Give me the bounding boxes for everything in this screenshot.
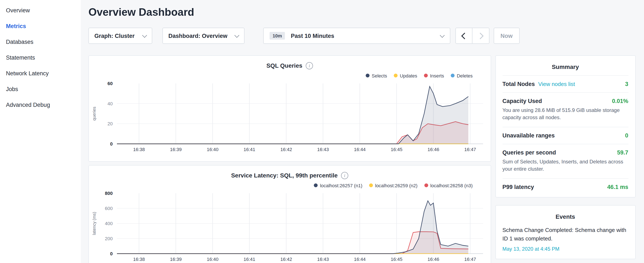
legend-label: Inserts [430,73,444,78]
sidebar-item-advanced-debug[interactable]: Advanced Debug [0,97,81,113]
chart-title: Service Latency: SQL, 99th percentile [231,172,338,179]
time-range-badge: 10m [270,32,285,40]
svg-text:16:41: 16:41 [244,256,255,262]
time-range-label: Past 10 Minutes [291,33,334,39]
svg-text:16:41: 16:41 [244,147,255,152]
svg-text:16:42: 16:42 [280,256,292,262]
svg-text:16:43: 16:43 [317,256,329,262]
svg-text:20: 20 [108,121,113,126]
legend-dot [369,183,373,187]
time-forward-button[interactable] [472,28,490,44]
svg-text:16:44: 16:44 [354,256,366,262]
svg-text:16:46: 16:46 [428,147,439,152]
svg-text:16:44: 16:44 [354,147,366,152]
info-icon[interactable]: i [306,62,313,69]
legend-item[interactable]: Selects [366,73,387,78]
summary-label: Capacity Used [502,98,542,104]
chevron-right-icon [477,32,483,39]
legend-dot [366,74,370,78]
chart-legend: localhost:26257 (n1)localhost:26259 (n2)… [89,180,490,188]
svg-text:200: 200 [105,236,113,241]
summary-heading: Summary [502,56,628,75]
legend-label: localhost:26258 (n3) [430,183,473,188]
summary-value: 0 [625,132,628,139]
sql-queries-chart[interactable]: 16:3816:3916:4016:4116:4216:4316:4416:45… [90,80,489,153]
page-title: Overview Dashboard [88,6,636,18]
svg-text:16:43: 16:43 [317,147,329,152]
summary-label: Unavailable ranges [502,132,555,139]
chevron-left-icon [461,32,468,39]
charts-column: SQL Queries i SelectsUpdatesInsertsDelet… [88,55,491,263]
legend-item[interactable]: Deletes [451,73,473,78]
summary-label: Total Nodes [502,81,535,87]
summary-value: 0.01% [612,98,628,104]
legend-dot [394,74,398,78]
summary-description: You are using 28.6 MiB of 515.9 GiB usab… [502,107,628,122]
summary-value: 46.1 ms [607,184,628,190]
summary-row-queries-per-second: Queries per second 59.7 Sum of Selects, … [502,144,628,178]
chart-svg: 16:3816:3916:4016:4116:4216:4316:4416:45… [90,190,489,263]
chevron-down-icon [142,33,147,38]
svg-text:40: 40 [108,101,113,106]
sql-queries-chart-panel: SQL Queries i SelectsUpdatesInsertsDelet… [88,55,491,162]
chevron-down-icon [234,33,240,38]
legend-item[interactable]: localhost:26259 (n2) [369,183,417,188]
view-nodes-list-link[interactable]: View nodes list [538,81,575,87]
events-panel: Events Schema Change Completed: Schema c… [495,205,636,259]
summary-row-capacity-used: Capacity Used 0.01% You are using 28.6 M… [502,92,628,127]
info-icon[interactable]: i [341,172,348,179]
chevron-down-icon [440,33,445,38]
summary-row-total-nodes: Total Nodes View nodes list 3 [502,75,628,92]
layout: Overview Metrics Databases Statements Ne… [0,0,644,263]
sidebar-item-jobs[interactable]: Jobs [0,81,81,97]
svg-text:16:40: 16:40 [207,147,218,152]
events-heading: Events [502,205,628,225]
event-timestamp[interactable]: May 13, 2020 at 4:45 PM [502,246,628,252]
legend-item[interactable]: localhost:26258 (n3) [424,183,473,188]
sidebar-item-databases[interactable]: Databases [0,34,81,50]
svg-text:latency (ms): latency (ms) [92,212,96,235]
graph-scope-dropdown[interactable]: Graph: Cluster [88,28,152,44]
svg-text:16:38: 16:38 [133,256,145,262]
svg-text:16:45: 16:45 [391,256,402,262]
now-button[interactable]: Now [494,28,520,44]
event-item[interactable]: Schema Change Completed: Schema change w… [502,225,628,257]
dashboard-dropdown-label: Dashboard: Overview [168,33,228,39]
sidebar-item-overview[interactable]: Overview [0,3,81,18]
main-content: Overview Dashboard Graph: Cluster Dashbo… [81,0,644,263]
sidebar-item-statements[interactable]: Statements [0,50,81,66]
summary-panel: Summary Total Nodes View nodes list 3 Ca… [495,55,636,197]
summary-value: 3 [625,81,628,87]
sidebar-item-metrics[interactable]: Metrics [0,18,81,34]
service-latency-chart-panel: Service Latency: SQL, 99th percentile i … [88,165,491,263]
summary-description: Sum of Selects, Updates, Inserts, and De… [502,158,628,173]
summary-column: Summary Total Nodes View nodes list 3 Ca… [495,55,636,263]
legend-item[interactable]: Updates [394,73,417,78]
svg-text:0: 0 [110,251,113,256]
time-range-picker[interactable]: 10m Past 10 Minutes [263,28,450,44]
dashboard-toolbar: Graph: Cluster Dashboard: Overview 10m P… [88,28,636,44]
svg-text:800: 800 [105,191,113,196]
svg-text:16:46: 16:46 [428,256,439,262]
svg-text:16:39: 16:39 [170,256,182,262]
legend-dot [424,74,428,78]
svg-text:60: 60 [108,81,113,86]
legend-item[interactable]: localhost:26257 (n1) [314,183,362,188]
time-back-button[interactable] [456,28,472,44]
legend-item[interactable]: Inserts [424,73,444,78]
dashboard-grid: SQL Queries i SelectsUpdatesInsertsDelet… [88,55,636,263]
legend-label: Updates [400,73,417,78]
svg-text:16:45: 16:45 [391,147,402,152]
event-message: Schema Change Completed: Schema change w… [502,226,628,243]
summary-row-p99-latency: P99 latency 46.1 ms [502,178,628,195]
sidebar-item-network-latency[interactable]: Network Latency [0,66,81,81]
dashboard-dropdown[interactable]: Dashboard: Overview [162,28,244,44]
svg-text:16:42: 16:42 [280,147,292,152]
legend-dot [424,183,428,187]
service-latency-chart[interactable]: 16:3816:3916:4016:4116:4216:4316:4416:45… [90,190,489,263]
svg-text:16:39: 16:39 [170,147,182,152]
svg-text:16:40: 16:40 [207,256,218,262]
chart-title: SQL Queries [266,62,302,69]
summary-label: Queries per second [502,149,556,156]
time-nav-buttons [456,28,490,44]
